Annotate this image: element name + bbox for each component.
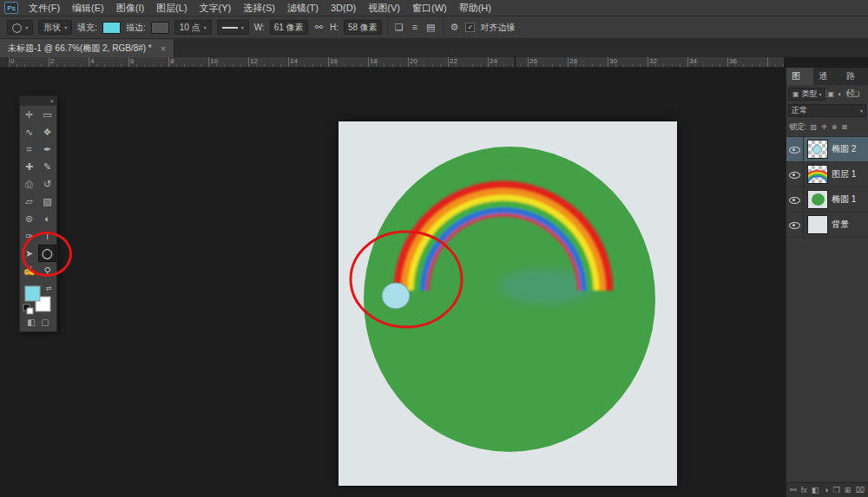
lock-position-icon[interactable]: ✛ [820, 123, 828, 131]
ruler-tick-label: 2 [49, 57, 89, 66]
swap-colors-icon[interactable]: ⇄ [46, 284, 52, 292]
lock-pixels-icon[interactable]: ⊕ [831, 123, 838, 131]
shape-width-field[interactable]: 61 像素 [270, 20, 308, 35]
eye-icon [789, 169, 800, 180]
menu-item-type[interactable]: 文字(Y) [194, 0, 238, 16]
gear-icon[interactable]: ⚙ [449, 20, 461, 35]
tab-paths[interactable]: 路径 [841, 68, 868, 85]
stroke-style-dropdown[interactable]: ▾ [217, 20, 249, 35]
path-alignment-button[interactable]: ≡ [411, 20, 419, 35]
menu-item-edit[interactable]: 编辑(E) [66, 0, 110, 16]
default-colors-icon[interactable] [27, 308, 33, 314]
close-icon[interactable]: × [161, 43, 166, 54]
tool-zoom[interactable]: ⚲ [38, 262, 56, 279]
path-operations-button[interactable]: ❏ [393, 20, 405, 35]
tool-eyedropper[interactable]: ✒ [38, 141, 56, 158]
blend-mode-dropdown[interactable]: 正常 ▾ [788, 104, 866, 117]
filter-shape-icon[interactable]: ❏ [852, 90, 860, 98]
layer-thumbnail[interactable] [807, 165, 828, 184]
filter-pixel-icon[interactable]: ▣ [827, 90, 836, 98]
tool-history-brush[interactable]: ↺ [38, 175, 56, 193]
tool-move[interactable]: ✛ [20, 106, 38, 123]
layer-thumbnail[interactable] [807, 140, 828, 159]
tab-layers[interactable]: 图层 [786, 68, 813, 85]
layer-row-layer-1[interactable]: 图层 1 [786, 162, 868, 187]
layer-thumbnail[interactable] [807, 190, 828, 209]
tool-marquee[interactable]: ▭ [38, 106, 56, 123]
adjustment-layer-icon[interactable]: ◑ [824, 483, 828, 497]
stroke-color-swatch[interactable] [151, 22, 169, 34]
filter-adjustment-icon[interactable]: ◐ [837, 90, 843, 98]
fill-color-swatch[interactable] [102, 22, 121, 34]
delete-layer-icon[interactable]: ⌧ [856, 483, 865, 497]
tool-eraser[interactable]: ▱ [20, 193, 38, 210]
link-dimensions-icon[interactable]: ⚯ [313, 20, 325, 35]
tool-hand[interactable]: ✍ [20, 262, 38, 279]
layer-visibility-toggle[interactable] [786, 213, 804, 237]
layer-filter-dropdown[interactable]: ▣ 类型 ▾ [788, 88, 825, 101]
link-layers-icon[interactable]: ⚯ [790, 483, 797, 497]
ruler-tick-label: 20 [408, 57, 448, 66]
align-edges-checkbox[interactable]: ✓ [465, 23, 475, 32]
new-group-icon[interactable]: ❒ [832, 483, 839, 497]
tool-type[interactable]: T [38, 227, 56, 245]
quick-mask-button[interactable]: ◧ [27, 317, 35, 327]
layer-visibility-toggle[interactable] [786, 187, 804, 212]
screen-mode-button[interactable]: ▢ [41, 317, 49, 327]
tool-ellipse[interactable]: ◯ [38, 245, 56, 262]
tool-quick-select[interactable]: ❖ [38, 123, 56, 141]
lock-all-icon[interactable]: ⊠ [840, 123, 848, 131]
menu-item-image[interactable]: 图像(I) [110, 0, 150, 16]
shape-height-field[interactable]: 58 像素 [344, 20, 382, 35]
tool-preset-dropdown[interactable]: ◯ ▾ [7, 20, 33, 35]
menu-item-window[interactable]: 窗口(W) [406, 0, 453, 16]
tool-lasso[interactable]: ∿ [20, 123, 38, 141]
layer-row-ellipse-1[interactable]: 椭圆 1 [786, 187, 868, 213]
tool-path-select[interactable]: ➤ [20, 245, 38, 262]
menu-item-help[interactable]: 帮助(H) [453, 0, 497, 16]
ruler-cursor-marker [515, 57, 516, 68]
tool-healing-brush[interactable]: ✚ [20, 158, 38, 175]
tool-brush[interactable]: ✎ [38, 158, 56, 175]
menu-item-filter[interactable]: 滤镜(T) [281, 0, 325, 16]
ruler-tick-label: 24 [488, 57, 528, 66]
foreground-color-swatch[interactable] [25, 286, 40, 301]
tool-clone-stamp[interactable]: ⎙ [20, 175, 38, 193]
menu-item-file[interactable]: 文件(F) [23, 0, 66, 16]
tools-panel-header[interactable]: × [20, 96, 56, 106]
close-icon[interactable]: × [49, 96, 54, 106]
ruler-tick-label: 26 [528, 57, 568, 66]
layer-effects-icon[interactable]: fx [801, 483, 807, 497]
layer-visibility-toggle[interactable] [786, 137, 804, 161]
ruler-tick-label: 6 [128, 57, 168, 66]
canvas-workspace[interactable]: × ✛ ▭ ∿ ❖ ⌗ ✒ ✚ ✎ ⎙ ↺ ▱ ▧ ⊚ ◐ ✑ T ➤ ◯ [0, 68, 784, 497]
layer-visibility-toggle[interactable] [786, 162, 804, 186]
tool-dodge[interactable]: ◐ [38, 210, 56, 227]
new-ellipse-shape [382, 283, 410, 309]
tool-crop[interactable]: ⌗ [20, 141, 38, 158]
menu-item-3d[interactable]: 3D(D) [325, 0, 362, 16]
layer-row-ellipse-2[interactable]: 椭圆 2 [786, 137, 868, 162]
filter-type-icon[interactable]: T [845, 90, 851, 98]
new-layer-icon[interactable]: ⊞ [845, 483, 852, 497]
layer-row-background[interactable]: 背景 [786, 213, 868, 238]
stroke-width-dropdown[interactable]: 10 点 ▾ [174, 20, 212, 35]
menu-item-select[interactable]: 选择(S) [237, 0, 281, 16]
path-arrangement-button[interactable]: ▤ [424, 20, 437, 35]
tool-blur[interactable]: ⊚ [20, 210, 38, 227]
tab-channels[interactable]: 通道 [813, 68, 840, 85]
layer-name: 背景 [832, 219, 849, 231]
tool-gradient[interactable]: ▧ [38, 193, 56, 210]
menu-item-layer[interactable]: 图层(L) [150, 0, 193, 16]
layer-thumbnail[interactable] [807, 215, 828, 234]
stroke-style-preview [222, 27, 238, 29]
document-tab[interactable]: 未标题-1 @ 66.7%(椭圆 2, RGB/8#) * × [0, 39, 174, 57]
tool-pen[interactable]: ✑ [20, 227, 38, 245]
blend-mode-value: 正常 [792, 105, 807, 116]
add-mask-icon[interactable]: ◧ [812, 483, 819, 497]
menu-item-view[interactable]: 视图(V) [362, 0, 406, 16]
lock-transparency-icon[interactable]: ▨ [810, 123, 819, 131]
canvas-document[interactable] [339, 121, 677, 486]
tool-mode-dropdown[interactable]: 形状 ▾ [38, 20, 72, 35]
horizontal-ruler[interactable]: 0 2 4 6 8 10 12 14 16 18 20 22 24 26 28 … [0, 57, 784, 68]
